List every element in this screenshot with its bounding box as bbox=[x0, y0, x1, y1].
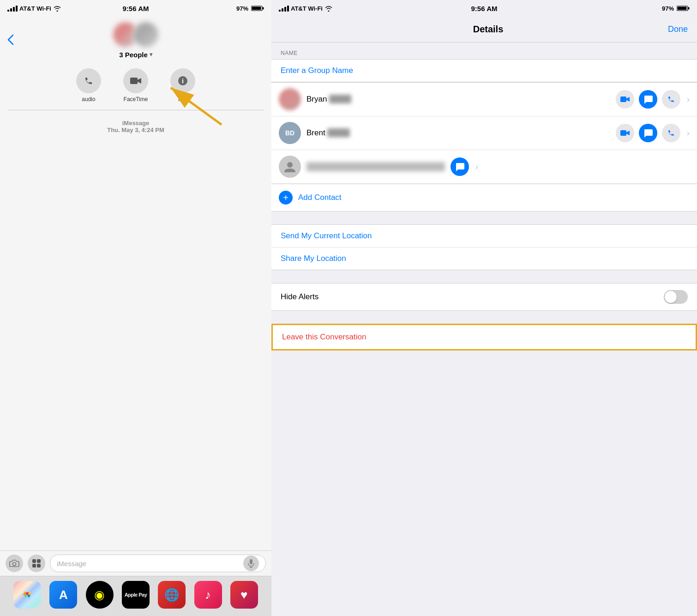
battery-area-left: 97% bbox=[236, 5, 264, 12]
leave-conversation-row[interactable]: Leave this Conversation bbox=[271, 324, 697, 350]
phone-icon-bryan bbox=[667, 95, 676, 104]
nav-bar-left: 3 People ▾ bbox=[0, 17, 271, 63]
chevron-right-brent: › bbox=[687, 128, 690, 138]
svg-rect-11 bbox=[32, 564, 36, 568]
phone-icon-brent bbox=[667, 128, 676, 138]
applepay-icon: Apple Pay bbox=[125, 592, 147, 598]
svg-rect-10 bbox=[37, 559, 41, 563]
mic-icon bbox=[248, 559, 254, 568]
battery-icon-left bbox=[251, 5, 264, 12]
message-time: Thu. May 3, 4:24 PM bbox=[107, 127, 164, 133]
svg-rect-1 bbox=[263, 7, 264, 10]
phone-btn-brent[interactable] bbox=[662, 124, 680, 142]
contact-name-brent: Brent ████ bbox=[306, 128, 610, 138]
status-bar-left: AT&T Wi-Fi 9:56 AM 97% bbox=[0, 0, 271, 17]
details-nav: Details Done bbox=[271, 17, 697, 42]
send-location-row[interactable]: Send My Current Location bbox=[271, 225, 697, 247]
right-panel: AT&T Wi-Fi 9:56 AM 97% Details Done NAME bbox=[271, 0, 697, 616]
share-location-row[interactable]: Share My Location bbox=[271, 247, 697, 270]
mic-button[interactable] bbox=[243, 556, 259, 571]
share-location-label: Share My Location bbox=[281, 254, 346, 263]
group-name-placeholder: Enter a Group Name bbox=[281, 66, 353, 75]
message-input-placeholder: iMessage bbox=[57, 560, 86, 568]
phone-btn-bryan[interactable] bbox=[662, 90, 680, 109]
snap-icon: ◉ bbox=[94, 588, 105, 602]
group-name-row[interactable]: 3 People ▾ bbox=[119, 51, 152, 59]
location-section: Send My Current Location Share My Locati… bbox=[271, 224, 697, 270]
svg-rect-21 bbox=[620, 130, 626, 136]
video-icon bbox=[130, 76, 142, 85]
svg-rect-9 bbox=[32, 559, 36, 563]
message-input[interactable]: iMessage bbox=[50, 555, 266, 572]
heart-icon: ♥ bbox=[240, 588, 247, 602]
arrow-annotation bbox=[157, 79, 231, 136]
group-name-label: 3 People bbox=[119, 51, 148, 59]
section-gap-2 bbox=[271, 270, 697, 283]
photos-icon bbox=[19, 587, 35, 603]
contact-actions-brent: › bbox=[616, 124, 690, 142]
app-dock: A ◉ Apple Pay 🌐 ♪ ♥ bbox=[0, 576, 271, 616]
chevron-down-icon: ▾ bbox=[150, 51, 152, 58]
group-avatar: 3 People ▾ bbox=[112, 21, 159, 59]
group-name-input[interactable]: Enter a Group Name bbox=[271, 59, 697, 82]
name-section-header: NAME bbox=[271, 42, 697, 59]
message-btn-unknown[interactable] bbox=[451, 157, 469, 176]
dock-heart[interactable]: ♥ bbox=[230, 581, 258, 609]
wifi-icon-left bbox=[53, 5, 61, 12]
svg-rect-3 bbox=[130, 78, 138, 84]
audio-icon-circle bbox=[76, 68, 101, 93]
battery-icon-right bbox=[677, 5, 690, 12]
dock-snap[interactable]: ◉ bbox=[86, 581, 114, 609]
facetime-button[interactable]: FaceTime bbox=[123, 68, 148, 103]
camera-button[interactable] bbox=[6, 555, 23, 572]
done-button[interactable]: Done bbox=[668, 24, 688, 34]
signal-icon-right bbox=[279, 6, 289, 12]
message-icon-bryan bbox=[643, 95, 653, 104]
input-bar: iMessage bbox=[0, 550, 271, 576]
contact-row-bryan: Bryan ████ bbox=[271, 82, 697, 116]
dock-photos[interactable] bbox=[13, 581, 41, 609]
message-btn-brent[interactable] bbox=[639, 124, 657, 142]
svg-rect-19 bbox=[678, 7, 687, 10]
dock-browser[interactable]: 🌐 bbox=[158, 581, 186, 609]
apps-icon bbox=[31, 558, 42, 568]
message-icon-brent bbox=[643, 128, 653, 138]
audio-button[interactable]: audio bbox=[76, 68, 101, 103]
avatar-unknown bbox=[279, 156, 301, 178]
dock-applepay[interactable]: Apple Pay bbox=[122, 581, 150, 609]
avatar-bryan bbox=[279, 88, 301, 110]
svg-point-16 bbox=[26, 592, 29, 595]
audio-label: audio bbox=[82, 96, 95, 103]
dock-music[interactable]: ♪ bbox=[194, 581, 222, 609]
person-icon bbox=[283, 160, 296, 173]
add-contact-row[interactable]: + Add Contact bbox=[271, 184, 697, 211]
time-left: 9:56 AM bbox=[123, 5, 149, 12]
battery-pct-right: 97% bbox=[662, 5, 674, 12]
carrier-label-right: AT&T Wi-Fi bbox=[291, 5, 323, 12]
video-btn-bryan[interactable] bbox=[616, 90, 634, 109]
battery-area-right: 97% bbox=[662, 5, 690, 12]
plus-icon: + bbox=[279, 191, 293, 205]
back-button[interactable] bbox=[7, 34, 14, 45]
signal-icon bbox=[7, 6, 18, 12]
section-gap-3 bbox=[271, 311, 697, 324]
message-service: iMessage bbox=[122, 120, 150, 127]
contact-actions-unknown: › bbox=[451, 157, 478, 176]
apps-button[interactable] bbox=[28, 555, 45, 572]
contact-row-brent: BD Brent ████ bbox=[271, 116, 697, 150]
hide-alerts-toggle[interactable] bbox=[664, 290, 688, 304]
left-panel: AT&T Wi-Fi 9:56 AM 97% bbox=[0, 0, 271, 616]
time-right: 9:56 AM bbox=[471, 5, 498, 12]
dock-appstore[interactable]: A bbox=[49, 581, 77, 609]
battery-pct-left: 97% bbox=[236, 5, 248, 12]
contacts-section: Bryan ████ bbox=[271, 82, 697, 184]
message-btn-bryan[interactable] bbox=[639, 90, 657, 109]
appstore-icon: A bbox=[59, 588, 68, 602]
alerts-row: Hide Alerts bbox=[271, 283, 697, 311]
hide-alerts-label: Hide Alerts bbox=[281, 292, 318, 302]
send-location-label: Send My Current Location bbox=[281, 231, 372, 240]
svg-point-8 bbox=[13, 562, 16, 566]
video-btn-brent[interactable] bbox=[616, 124, 634, 142]
carrier-wifi-left: AT&T Wi-Fi bbox=[7, 5, 61, 12]
svg-point-22 bbox=[287, 162, 293, 168]
